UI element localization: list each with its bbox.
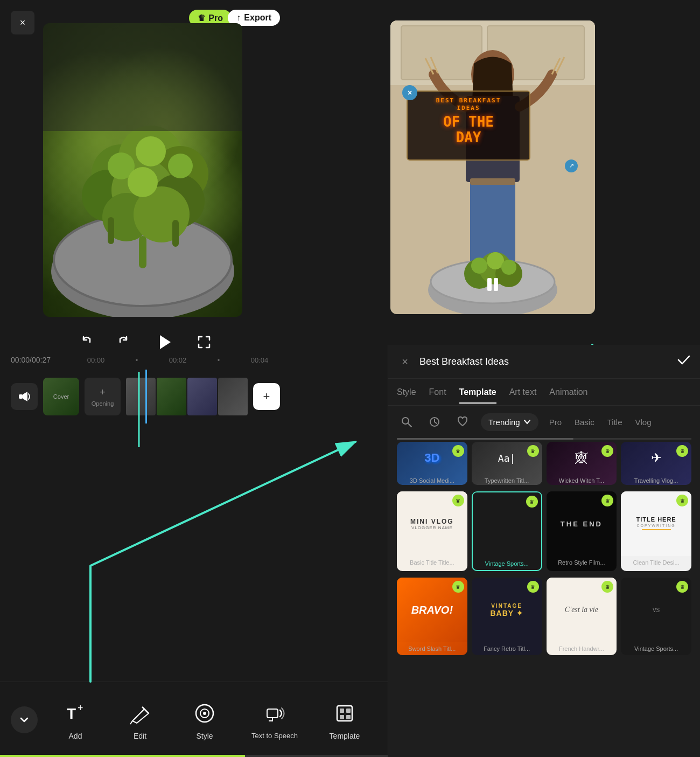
toolbar-item-style[interactable]: Style — [172, 694, 237, 746]
redo-button[interactable] — [116, 335, 131, 350]
svg-rect-16 — [172, 220, 179, 247]
pause-icon — [483, 275, 502, 294]
pro-badge-icon: ♛ — [676, 581, 688, 593]
text-search-input[interactable] — [419, 356, 670, 367]
text-overlay-box[interactable]: BEST BREAKFAST IDEAS OF THE DAY — [407, 91, 530, 161]
svg-rect-17 — [43, 23, 242, 131]
template-card-clean-title[interactable]: TITLE HERE COPYWRITING ♛ Clean Title Des… — [621, 491, 691, 571]
text-to-speech-label: Text to Speech — [251, 732, 298, 740]
template-name: Clean Title Desi... — [621, 556, 691, 569]
style-icon — [191, 699, 219, 727]
chevron-down-icon — [19, 714, 30, 725]
template-name: Vintage Sports... — [473, 557, 541, 570]
template-name: Typewritten Titl... — [472, 474, 542, 485]
recent-filter-button[interactable] — [425, 412, 444, 432]
video-frame — [157, 378, 186, 415]
toolbar-item-add[interactable]: T + Add — [43, 694, 108, 746]
toolbar-item-edit[interactable]: Edit — [108, 694, 172, 746]
svg-rect-15 — [108, 217, 114, 244]
time-marker: • — [198, 356, 239, 364]
svg-rect-54 — [346, 709, 351, 713]
delete-overlay-button[interactable]: × — [402, 85, 417, 100]
search-filter-button[interactable] — [397, 412, 416, 432]
add-clip-button[interactable]: + — [253, 383, 280, 410]
pause-button[interactable] — [479, 271, 506, 298]
tab-font[interactable]: Font — [429, 381, 446, 404]
timeline-header: 00:00/00:27 00:00 • 00:02 • 00:04 — [0, 350, 291, 370]
export-icon: ↑ — [236, 13, 241, 23]
clock-icon — [429, 416, 440, 428]
close-editor-button[interactable]: × — [11, 11, 34, 34]
pro-filter-tag[interactable]: Pro — [547, 413, 564, 431]
undo-button[interactable] — [79, 335, 94, 350]
svg-marker-41 — [160, 335, 171, 349]
crown-icon: ♛ — [198, 13, 205, 23]
heart-icon — [457, 416, 468, 428]
opening-label: Opening — [92, 400, 114, 407]
template-card-vintage-baby[interactable]: VINTAGE BABY ✦ ♛ Fancy Retro Titl... — [472, 578, 542, 655]
resize-handle[interactable]: ↗ — [565, 159, 578, 172]
toolbar-chevron-button[interactable] — [11, 706, 38, 733]
template-card-3d-social[interactable]: 3D ♛ 3D Social Medi... — [397, 442, 467, 485]
svg-rect-40 — [494, 278, 498, 291]
pro-badge-icon: ♛ — [527, 445, 539, 457]
fullscreen-icon — [197, 335, 212, 350]
pro-badge-icon: ♛ — [676, 495, 688, 506]
confirm-button[interactable] — [676, 352, 691, 371]
template-card-vintage-sports2[interactable]: VS ♛ Vintage Sports... — [621, 578, 691, 655]
right-preview-panel: BEST BREAKFAST IDEAS OF THE DAY × ↗ — [285, 0, 700, 334]
video-frame — [187, 378, 217, 415]
template-preview-text: MINI VLOG VLOGGER NAME — [410, 518, 454, 530]
svg-point-13 — [128, 167, 158, 197]
text-edit-panel: × Style Font Template Art text Animation — [388, 345, 700, 757]
left-preview-panel: × ♛ Pro ↑ Export — [0, 0, 285, 334]
template-preview-text: ✈ — [651, 450, 662, 466]
template-card-bravo[interactable]: BRAVO! ♛ Sword Slash Titl... — [397, 578, 467, 655]
trending-filter-button[interactable]: Trending — [481, 413, 538, 431]
template-name: Fancy Retro Titl... — [472, 642, 542, 655]
video-frame — [218, 378, 248, 415]
svg-rect-55 — [340, 715, 344, 719]
tab-style[interactable]: Style — [397, 381, 416, 404]
fullscreen-button[interactable] — [197, 335, 212, 350]
template-name: Vintage Sports... — [621, 642, 691, 655]
template-name: Basic Title Title... — [397, 556, 467, 569]
template-row-top: 3D ♛ 3D Social Medi... Aa| ♛ Typewritten… — [388, 440, 700, 489]
template-card-vlog[interactable]: ✈ ♛ Travelling Vlog... — [621, 442, 691, 485]
cover-clip[interactable]: Cover — [43, 378, 79, 415]
svg-rect-42 — [19, 394, 23, 399]
template-card-typewriter[interactable]: Aa| ♛ Typewritten Titl... — [472, 442, 542, 485]
time-markers: 00:00 • 00:02 • 00:04 — [75, 356, 280, 364]
cover-label: Cover — [53, 393, 69, 400]
svg-rect-53 — [340, 709, 344, 713]
basic-filter-tag[interactable]: Basic — [572, 413, 597, 431]
opening-clip[interactable]: + Opening — [85, 378, 121, 415]
tab-template[interactable]: Template — [459, 381, 496, 404]
vlog-filter-tag[interactable]: Vlog — [633, 413, 653, 431]
template-card-retro-film[interactable]: THE END ♛ Retro Style Film... — [547, 491, 617, 571]
panel-close-button[interactable]: × — [397, 356, 413, 368]
tab-animation[interactable]: Animation — [549, 381, 587, 404]
template-card-witch[interactable]: 🕸 ♛ Wicked Witch T... — [547, 442, 617, 485]
svg-rect-14 — [139, 236, 146, 268]
tab-art-text[interactable]: Art text — [509, 381, 537, 404]
panel-filter-row: Trending Pro Basic Title Vlog — [388, 406, 700, 438]
template-card-minivlog[interactable]: MINI VLOG VLOGGER NAME ♛ Basic Title Tit… — [397, 491, 467, 571]
audio-track-button[interactable] — [11, 383, 38, 410]
favorites-filter-button[interactable] — [453, 412, 472, 432]
template-row-3: BRAVO! ♛ Sword Slash Titl... VINTAGE BAB… — [388, 575, 700, 659]
toolbar-item-template[interactable]: Template — [312, 694, 377, 746]
template-card-cest[interactable]: C'est la vie ♛ French Handwr... — [547, 578, 617, 655]
svg-line-47 — [130, 721, 132, 724]
opening-plus-icon: + — [100, 387, 106, 398]
search-icon — [401, 416, 412, 428]
template-card-vintage-sports[interactable]: ♛ Vintage Sports... — [472, 491, 542, 571]
broccoli-svg — [43, 23, 242, 317]
svg-point-50 — [203, 712, 206, 715]
template-name: French Handwr... — [547, 642, 617, 655]
template-label: Template — [330, 732, 360, 740]
overlay-text-top: BEST BREAKFAST IDEAS — [413, 97, 524, 113]
template-preview-text: BRAVO! — [411, 604, 453, 616]
title-filter-tag[interactable]: Title — [605, 413, 625, 431]
toolbar-item-text-to-speech[interactable]: Text to Speech — [237, 694, 312, 745]
